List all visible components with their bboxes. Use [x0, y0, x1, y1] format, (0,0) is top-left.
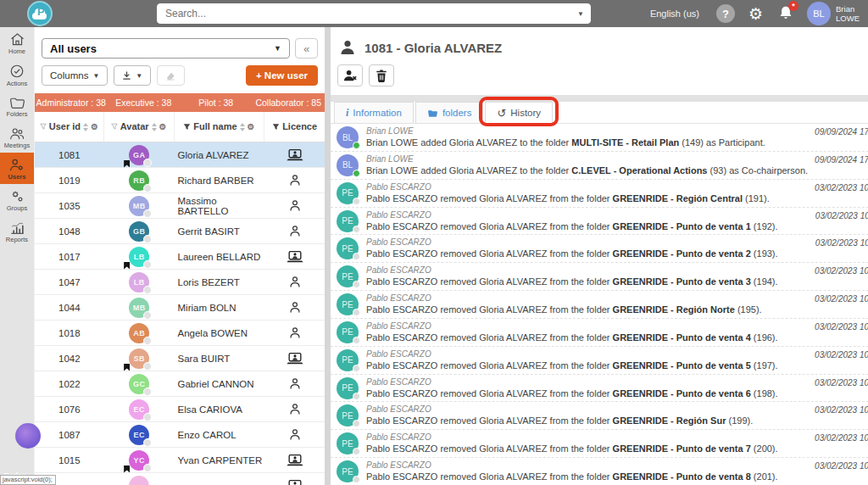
table-row[interactable]: 1048 GB Gerrit BASIRT	[35, 219, 325, 244]
full-name-cell: Massimo BARTELLO	[175, 196, 265, 216]
user-filter-select[interactable]: All users ▼	[42, 38, 290, 59]
new-user-button[interactable]: + New user	[246, 65, 318, 86]
history-actor: Pablo ESCARZO	[366, 210, 809, 220]
tab-folders[interactable]: folders	[415, 102, 484, 123]
virtual-licence-icon	[287, 250, 303, 264]
history-entry[interactable]: PE Pablo ESCARZO Pablo ESCARZO removed G…	[331, 347, 868, 375]
history-entry[interactable]: BL Brian LOWE Brian LOWE added Gloria AL…	[331, 124, 868, 152]
history-entry[interactable]: PE Pablo ESCARZO Pablo ESCARZO removed G…	[331, 291, 868, 319]
notification-badge: *	[788, 1, 798, 11]
home-icon	[9, 32, 25, 47]
table-row[interactable]: 1017 LB Laureen BELLARD	[35, 244, 325, 270]
column-gear-icon[interactable]: ⚙	[159, 122, 167, 131]
status-dot	[143, 337, 152, 345]
avatar-cell	[104, 476, 175, 485]
status-dot	[143, 286, 152, 294]
avatar: RB	[129, 170, 149, 191]
history-timestamp: 03/02/2023 10:57:10	[808, 263, 868, 290]
sidebar-item-groups[interactable]: Groups	[0, 184, 34, 215]
table-row[interactable]: 1022 GC Gabriel CANNON	[35, 371, 325, 397]
table-row[interactable]: 1076 EC Elsa CARIOVA	[35, 397, 325, 422]
sort-icon[interactable]	[240, 123, 245, 131]
avatar: EC	[129, 425, 149, 445]
history-description: Pablo ESCARZO removed Gloria ALVAREZ fro…	[366, 471, 808, 482]
tab-history[interactable]: ↺ History	[485, 102, 553, 123]
licence-cell	[264, 276, 325, 288]
user-id-cell: 1018	[35, 328, 104, 338]
history-description: Pablo ESCARZO removed Gloria ALVAREZ fro…	[366, 415, 808, 426]
filter-icon[interactable]	[111, 123, 118, 131]
deactivate-user-button[interactable]	[337, 64, 363, 86]
sort-icon[interactable]	[83, 123, 88, 131]
history-entry[interactable]: PE Pablo ESCARZO Pablo ESCARZO removed G…	[331, 430, 868, 458]
filter-icon[interactable]	[183, 123, 191, 131]
person-icon	[339, 39, 356, 56]
floating-widget-icon[interactable]	[15, 423, 41, 449]
licence-stats-bar: Administrator : 38 Executive : 38 Pilot …	[35, 93, 325, 112]
history-entry[interactable]: PE Pablo ESCARZO Pablo ESCARZO removed G…	[331, 180, 868, 208]
table-row[interactable]: 1018 AB Angela BOWEN	[35, 321, 325, 346]
table-row[interactable]: 1087 EC Enzo CAROL	[35, 422, 325, 448]
column-header-user-id[interactable]: User id ⚙	[35, 112, 104, 142]
filter-icon[interactable]	[40, 123, 47, 131]
history-entry[interactable]: PE Pablo ESCARZO Pablo ESCARZO removed G…	[331, 208, 868, 236]
column-header-licence[interactable]: Licence	[264, 112, 325, 142]
column-header-avatar[interactable]: Avatar ⚙	[104, 112, 175, 142]
table-row[interactable]: 1042 SB Sara BUIRT	[35, 346, 325, 371]
column-gear-icon[interactable]: ⚙	[91, 122, 98, 131]
user-id-cell: 1048	[35, 226, 104, 237]
history-entry[interactable]: BL Brian LOWE Brian LOWE added Gloria AL…	[331, 152, 868, 180]
history-entry[interactable]: PE Pablo ESCARZO Pablo ESCARZO removed G…	[331, 375, 868, 403]
sidebar-item-folders[interactable]: Folders	[0, 90, 34, 121]
column-gear-icon[interactable]: ⚙	[248, 122, 255, 131]
collapse-panel-button[interactable]: «	[295, 38, 318, 59]
licence-cell	[264, 199, 325, 212]
bell-icon[interactable]: *	[776, 4, 795, 23]
sidebar-item-users[interactable]: Users	[0, 153, 34, 184]
user-menu[interactable]: BL BrianLOWE	[807, 2, 860, 25]
columns-button[interactable]: Columns ▼	[42, 65, 108, 86]
table-row[interactable]: 1035 MB Massimo BARTELLO	[35, 193, 325, 219]
avatar: GC	[129, 374, 149, 394]
licence-cell	[264, 454, 325, 467]
table-row[interactable]	[35, 473, 325, 485]
status-dot	[353, 365, 360, 372]
history-entry[interactable]: PE Pablo ESCARZO Pablo ESCARZO removed G…	[331, 402, 868, 430]
help-icon[interactable]: ?	[716, 4, 735, 23]
eraser-icon	[165, 71, 176, 81]
licence-cell	[264, 428, 325, 441]
sidebar-item-home[interactable]: Home	[0, 27, 34, 59]
history-entry[interactable]: PE Pablo ESCARZO Pablo ESCARZO removed G…	[331, 263, 868, 291]
status-dot	[353, 337, 360, 344]
search-input[interactable]	[157, 3, 591, 24]
sort-icon[interactable]	[152, 123, 157, 131]
table-row[interactable]: 1019 RB Richard BARBER	[35, 168, 325, 193]
history-entry[interactable]: PE Pablo ESCARZO Pablo ESCARZO removed G…	[331, 458, 868, 485]
table-row[interactable]: 1081 GA Gloria ALVAREZ	[35, 142, 325, 168]
sidebar-item-actions[interactable]: Actions	[0, 59, 34, 90]
column-header-full-name[interactable]: Full name ⚙	[175, 112, 265, 142]
stat-executive: Executive : 38	[108, 98, 181, 108]
chevron-down-icon[interactable]: ▼	[577, 10, 584, 18]
tab-information[interactable]: i Information	[334, 102, 414, 123]
filter-icon[interactable]	[272, 123, 280, 131]
table-row[interactable]: 1015 YC Yvan CARPENTER	[35, 448, 325, 473]
export-button[interactable]: ▼	[114, 65, 151, 86]
bookmark-flag-icon	[124, 262, 130, 270]
table-row[interactable]: 1044 MB Miriam BOLN	[35, 295, 325, 321]
app-logo[interactable]: P	[27, 1, 53, 26]
avatar-cell: RB	[104, 170, 175, 191]
panel-divider[interactable]	[325, 27, 331, 485]
sidebar-item-reports[interactable]: Reports	[0, 215, 34, 247]
sidebar-item-meetings[interactable]: Meetings	[0, 121, 34, 153]
history-actor: Pablo ESCARZO	[366, 432, 808, 442]
avatar: BL	[807, 2, 831, 25]
history-timestamp: 09/09/2024 17:47:45	[808, 152, 868, 179]
table-row[interactable]: 1047 LB Loris BEZERT	[35, 270, 325, 295]
history-entry[interactable]: PE Pablo ESCARZO Pablo ESCARZO removed G…	[331, 319, 868, 347]
delete-user-button[interactable]	[369, 64, 394, 86]
language-selector[interactable]: English (us)	[650, 8, 699, 19]
history-entry[interactable]: PE Pablo ESCARZO Pablo ESCARZO removed G…	[331, 235, 868, 263]
clear-filters-button[interactable]	[157, 65, 185, 86]
gear-icon[interactable]: ⚙	[748, 6, 763, 22]
